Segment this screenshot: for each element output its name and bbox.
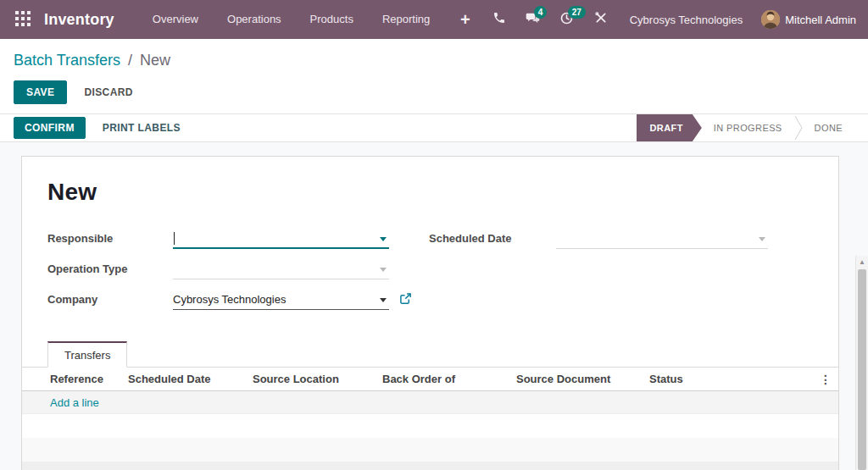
column-source-document[interactable]: Source Document <box>516 373 649 385</box>
scheduled-date-label: Scheduled Date <box>429 229 556 245</box>
menu-reporting[interactable]: Reporting <box>368 0 444 39</box>
breadcrumb-current: New <box>140 52 170 69</box>
control-panel: Batch Transfers / New SAVE DISCARD <box>0 39 868 113</box>
responsible-input[interactable] <box>173 229 389 249</box>
notebook: Transfers <box>22 341 838 368</box>
tools-icon <box>594 11 608 28</box>
quick-create-button[interactable]: + <box>448 0 482 39</box>
form-action-buttons: SAVE DISCARD <box>14 80 854 104</box>
confirm-button[interactable]: CONFIRM <box>14 117 86 139</box>
sheet-inner: New Responsible Operation Type <box>22 157 838 470</box>
scheduled-date-row: Scheduled Date <box>429 229 813 252</box>
top-navbar: Inventory Overview Operations Products R… <box>0 0 868 39</box>
form-column-left: Responsible Operation Type <box>47 229 429 321</box>
activities-badge: 27 <box>568 6 586 19</box>
main-menus: Overview Operations Products Reporting <box>138 0 444 39</box>
scroll-up-icon[interactable]: ▲ <box>856 256 868 268</box>
company-switcher[interactable]: Cybrosys Technologies <box>630 14 743 26</box>
statusbar-buttons: CONFIRM PRINT LABELS <box>0 114 192 141</box>
status-done[interactable]: DONE <box>803 114 854 141</box>
app-name[interactable]: Inventory <box>44 11 114 29</box>
operation-type-label: Operation Type <box>47 260 173 275</box>
scrollbar-thumb[interactable] <box>858 269 866 470</box>
empty-row <box>22 462 838 470</box>
breadcrumb-batch-transfers[interactable]: Batch Transfers <box>14 52 120 69</box>
voip-button[interactable] <box>482 0 516 39</box>
chevron-right-icon <box>794 114 803 141</box>
scheduled-date-input[interactable] <box>556 229 768 249</box>
apps-menu-button[interactable] <box>10 8 36 32</box>
column-options-icon[interactable]: ⋮ <box>813 373 838 386</box>
text-cursor <box>174 232 175 245</box>
apps-grid-icon <box>15 11 31 29</box>
column-source-location[interactable]: Source Location <box>253 373 382 385</box>
app-window: Inventory Overview Operations Products R… <box>0 0 868 470</box>
avatar <box>761 10 780 29</box>
company-value: Cybrosys Technologies <box>173 290 389 309</box>
breadcrumb-separator: / <box>128 52 132 69</box>
responsible-row: Responsible <box>47 229 429 252</box>
user-menu[interactable]: Mitchell Admin <box>761 10 856 29</box>
responsible-label: Responsible <box>47 229 173 245</box>
navbar-left: Inventory Overview Operations Products R… <box>10 0 444 39</box>
plus-icon: + <box>460 11 470 28</box>
chevron-down-icon[interactable] <box>380 268 387 272</box>
status-pipeline: DRAFT IN PROGRESS DONE <box>637 114 854 141</box>
column-status[interactable]: Status <box>649 373 813 385</box>
vertical-scrollbar[interactable]: ▲ <box>855 256 868 470</box>
save-button[interactable]: SAVE <box>14 80 67 104</box>
print-labels-button[interactable]: PRINT LABELS <box>91 117 192 139</box>
menu-overview[interactable]: Overview <box>138 0 213 39</box>
discard-button[interactable]: DISCARD <box>72 81 144 103</box>
breadcrumb: Batch Transfers / New <box>14 50 854 70</box>
messages-badge: 4 <box>534 6 548 19</box>
column-reference[interactable]: Reference <box>22 373 128 385</box>
empty-row <box>22 414 838 438</box>
add-line-row: Add a line <box>22 391 838 414</box>
operation-type-input[interactable] <box>173 260 389 279</box>
menu-products[interactable]: Products <box>296 0 368 39</box>
column-back-order-of[interactable]: Back Order of <box>382 373 516 385</box>
chevron-down-icon[interactable] <box>759 237 765 241</box>
column-scheduled-date[interactable]: Scheduled Date <box>128 373 253 385</box>
operation-type-row: Operation Type <box>47 260 429 283</box>
empty-row <box>22 438 838 462</box>
form-column-right: Scheduled Date <box>429 229 813 321</box>
form-fields: Responsible Operation Type <box>47 229 813 321</box>
tab-transfers[interactable]: Transfers <box>47 341 127 368</box>
messages-button[interactable]: 4 <box>516 0 550 39</box>
add-a-line-link[interactable]: Add a line <box>22 396 99 409</box>
company-label: Company <box>47 290 173 306</box>
statusbar: CONFIRM PRINT LABELS DRAFT IN PROGRESS D… <box>0 113 868 142</box>
chevron-down-icon[interactable] <box>380 298 387 302</box>
navbar-right: + 4 27 Cybrosys Technologies Mitchell Ad… <box>448 0 856 39</box>
status-in-progress[interactable]: IN PROGRESS <box>702 114 794 141</box>
transfers-table: Reference Scheduled Date Source Location… <box>22 368 838 470</box>
phone-icon <box>492 11 506 28</box>
external-link-icon[interactable] <box>399 292 412 305</box>
chevron-down-icon[interactable] <box>380 237 387 241</box>
user-name: Mitchell Admin <box>785 14 856 26</box>
activities-button[interactable]: 27 <box>550 0 584 39</box>
form-sheet: New Responsible Operation Type <box>21 156 839 470</box>
menu-operations[interactable]: Operations <box>213 0 296 39</box>
record-title: New <box>47 179 813 206</box>
content-area: New Responsible Operation Type <box>0 142 868 470</box>
table-header: Reference Scheduled Date Source Location… <box>22 368 838 391</box>
tools-button[interactable] <box>584 0 618 39</box>
status-draft[interactable]: DRAFT <box>637 114 702 141</box>
company-input[interactable]: Cybrosys Technologies <box>173 290 389 310</box>
company-row: Company Cybrosys Technologies <box>47 290 429 313</box>
